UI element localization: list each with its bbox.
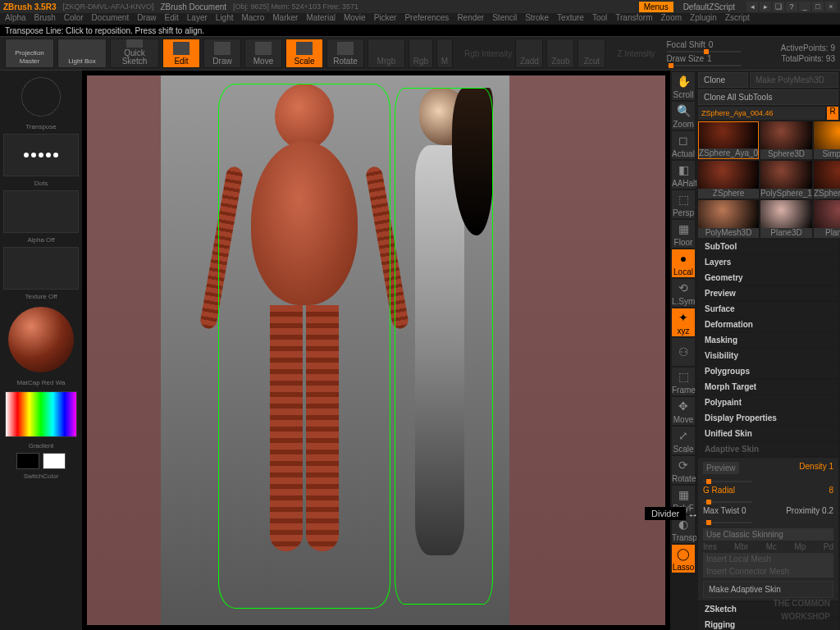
menu-alpha[interactable]: Alpha bbox=[5, 13, 26, 25]
section-morph-target[interactable]: Morph Target bbox=[698, 380, 838, 394]
texture-slot[interactable] bbox=[3, 247, 79, 290]
insert-connector-mesh-button[interactable]: Insert Connector Mesh bbox=[703, 565, 833, 578]
lasso-button[interactable]: ◯Lasso bbox=[672, 545, 695, 573]
scroll-button[interactable]: ✋Scroll bbox=[672, 72, 695, 100]
menu-light[interactable]: Light bbox=[216, 13, 234, 25]
tool-cell-Plane3D[interactable]: Plane3D bbox=[760, 200, 812, 238]
section-polygroups[interactable]: Polygroups bbox=[698, 364, 838, 378]
scale-button[interactable]: Scale bbox=[285, 39, 323, 68]
tool-cell-PolyMesh3D[interactable]: PolyMesh3D bbox=[698, 200, 759, 238]
min-icon[interactable]: _ bbox=[799, 2, 810, 11]
menu-stroke[interactable]: Stroke bbox=[525, 13, 549, 25]
menu-movie[interactable]: Movie bbox=[344, 13, 366, 25]
menu-zplugin[interactable]: Zplugin bbox=[690, 13, 717, 25]
max-icon[interactable]: □ bbox=[812, 2, 824, 11]
canvas[interactable] bbox=[87, 75, 665, 625]
menu-zoom[interactable]: Zoom bbox=[660, 13, 682, 25]
rotate-button[interactable]: Rotate bbox=[326, 39, 364, 68]
menu-marker[interactable]: Marker bbox=[272, 13, 298, 25]
menu-edit[interactable]: Edit bbox=[165, 13, 179, 25]
swap-tool-button[interactable]: R bbox=[827, 107, 838, 120]
section-deformation[interactable]: Deformation bbox=[698, 317, 838, 331]
clone-subtools-button[interactable]: Clone All SubTools bbox=[698, 89, 838, 105]
menus-button[interactable]: Menus bbox=[639, 2, 673, 12]
next-icon[interactable]: ▸ bbox=[760, 2, 771, 11]
rgb-button[interactable]: Rgb bbox=[409, 39, 433, 68]
stack-icon[interactable]: ❏ bbox=[773, 2, 784, 11]
stroke-slot[interactable] bbox=[3, 134, 79, 176]
menu-brush[interactable]: Brush bbox=[34, 13, 56, 25]
xyz-button[interactable]: ✦xyz bbox=[672, 308, 695, 336]
section-visibility[interactable]: Visibility bbox=[698, 349, 838, 363]
persp-button[interactable]: ⬚Persp bbox=[672, 190, 695, 218]
menu-document[interactable]: Document bbox=[92, 13, 130, 25]
menu-draw[interactable]: Draw bbox=[137, 13, 156, 25]
active-tool[interactable]: ZSphere_Aya_004.46 bbox=[698, 107, 825, 120]
tool-cell-Plane3D_1[interactable]: Plane3D_1 bbox=[814, 200, 840, 238]
menu-macro[interactable]: Macro bbox=[241, 13, 264, 25]
density-slider[interactable] bbox=[703, 481, 752, 482]
tool-cell-ZSphere[interactable]: ZSphere bbox=[698, 161, 759, 199]
edit-button[interactable]: Edit bbox=[162, 39, 200, 68]
section-polypaint[interactable]: Polypaint bbox=[698, 395, 838, 409]
frame-button[interactable]: ⬚Frame bbox=[672, 368, 695, 395]
section-masking[interactable]: Masking bbox=[698, 333, 838, 347]
quicksketch-button[interactable]: Quick Sketch bbox=[110, 39, 159, 68]
mrgb-button[interactable]: Mrgb bbox=[368, 39, 405, 68]
color-picker[interactable] bbox=[5, 391, 77, 437]
lightbox-button[interactable]: Light Box bbox=[57, 39, 107, 68]
insert-local-mesh-button[interactable]: Insert Local Mesh bbox=[703, 553, 833, 565]
projection-master-button[interactable]: Projection Master bbox=[5, 39, 54, 68]
section-adaptive-skin[interactable]: Adaptive Skin bbox=[698, 442, 838, 456]
menu-render[interactable]: Render bbox=[457, 13, 484, 25]
menu-color[interactable]: Color bbox=[64, 13, 84, 25]
menu-material[interactable]: Material bbox=[306, 13, 336, 25]
solo-button[interactable]: ⚇ bbox=[672, 338, 695, 366]
focal-shift-slider[interactable] bbox=[667, 51, 741, 52]
aahalf-button[interactable]: ◧AAHalf bbox=[672, 161, 695, 189]
view-scale-button[interactable]: ⤢Scale bbox=[672, 427, 695, 454]
classic-skinning-button[interactable]: Use Classic Skinning bbox=[703, 528, 833, 541]
prev-icon[interactable]: ◂ bbox=[746, 2, 758, 11]
transpose-widget-icon[interactable] bbox=[21, 77, 61, 116]
menu-stencil[interactable]: Stencil bbox=[492, 13, 517, 25]
menu-preferences[interactable]: Preferences bbox=[404, 13, 449, 25]
m-button[interactable]: M bbox=[436, 39, 453, 68]
menu-transform[interactable]: Transform bbox=[615, 13, 652, 25]
help-icon[interactable]: ? bbox=[786, 2, 797, 11]
move-button[interactable]: Move bbox=[244, 39, 282, 68]
local-button[interactable]: ●Local bbox=[672, 249, 695, 277]
material-sphere[interactable] bbox=[8, 307, 74, 372]
tool-cell-SimpleBrush[interactable]: SimpleBrush bbox=[814, 121, 840, 159]
switchcolor-label[interactable]: SwitchColor bbox=[3, 472, 79, 480]
zoom-button[interactable]: 🔍Zoom bbox=[672, 102, 695, 130]
swatch-primary[interactable] bbox=[43, 453, 66, 469]
section-unified-skin[interactable]: Unified Skin bbox=[698, 427, 838, 441]
maxtwist-slider[interactable] bbox=[703, 522, 752, 523]
menu-texture[interactable]: Texture bbox=[557, 13, 584, 25]
section-surface[interactable]: Surface bbox=[698, 302, 838, 316]
tool-cell-ZSphere_Aya_00[interactable]: ZSphere_Aya_00 bbox=[814, 161, 840, 199]
makepolymesh-button[interactable]: Make PolyMesh3D bbox=[750, 72, 838, 88]
tool-cell-PolySphere_1[interactable]: PolySphere_1 bbox=[760, 161, 812, 199]
zsub-button[interactable]: Zsub bbox=[546, 39, 574, 68]
actual-button[interactable]: ◻Actual bbox=[672, 131, 695, 159]
alpha-slot[interactable] bbox=[3, 190, 79, 233]
make-adaptive-skin-button[interactable]: Make Adaptive Skin bbox=[703, 581, 833, 598]
draw-button[interactable]: Draw bbox=[203, 39, 241, 68]
defaultzscript[interactable]: DefaultZScript bbox=[683, 2, 735, 11]
floor-button[interactable]: ▦Floor bbox=[672, 220, 695, 248]
zadd-button[interactable]: Zadd bbox=[515, 39, 543, 68]
zcut-button[interactable]: Zcut bbox=[578, 39, 605, 68]
view-move-button[interactable]: ✥Move bbox=[672, 397, 695, 425]
tool-cell-ZSphere_Aya_0[interactable]: ZSphere_Aya_0 bbox=[698, 121, 759, 159]
lsym-button[interactable]: ⟲L.Sym bbox=[672, 279, 695, 307]
section-geometry[interactable]: Geometry bbox=[698, 271, 838, 285]
menu-tool[interactable]: Tool bbox=[592, 13, 607, 25]
close-icon[interactable]: × bbox=[825, 2, 837, 11]
draw-size-slider[interactable] bbox=[667, 65, 741, 66]
swatch-secondary[interactable] bbox=[16, 453, 39, 469]
gradial-slider[interactable] bbox=[703, 501, 752, 503]
menu-layer[interactable]: Layer bbox=[187, 13, 208, 25]
section-preview[interactable]: Preview bbox=[698, 286, 838, 300]
